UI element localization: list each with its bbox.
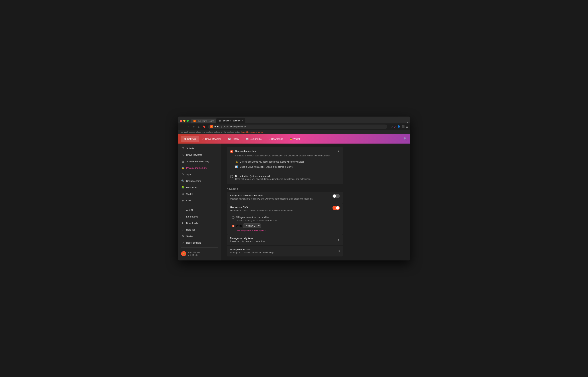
tab-settings-security[interactable]: ⚙ Settings - Security ✕: [216, 118, 245, 123]
vpn-icon[interactable]: 🛡: [390, 125, 393, 128]
sidebar-item-brave-rewards[interactable]: △ Brave Rewards: [178, 152, 221, 158]
manage-security-keys-row[interactable]: Manage security keys Reset security keys…: [227, 234, 343, 245]
sidebar-item-help-tips[interactable]: ? Help tips: [178, 226, 221, 233]
nav-item-settings[interactable]: ⚙ Settings: [181, 136, 199, 142]
no-protection-radio[interactable]: [230, 175, 233, 178]
tab-label-settings: Settings - Security: [223, 119, 240, 122]
sidebar-item-privacy-and-security[interactable]: 🔒 Privacy and security: [178, 165, 221, 171]
privacy-policy-row: See this provider's privacy policy: [237, 229, 340, 231]
manage-security-keys-title: Manage security keys: [230, 237, 265, 240]
close-button[interactable]: [180, 120, 182, 122]
dns-custom-radio[interactable]: [232, 225, 235, 227]
nav-gradient-bar: ⚙ Settings △ Brave Rewards 🕐 History 📖 B…: [178, 134, 410, 143]
languages-label: Languages: [186, 215, 198, 218]
ipfs-icon: ◈: [181, 199, 184, 202]
sidebar-item-shields[interactable]: 🛡 Shields: [178, 145, 221, 152]
bookmarks-bar: For quick access, place your bookmarks h…: [178, 130, 410, 134]
secure-connections-title: Always use secure connections: [230, 194, 313, 197]
system-icon: ⚙: [181, 235, 184, 238]
sidebar-item-extensions[interactable]: 🧩 Extensions: [178, 184, 221, 191]
extensions-label: Extensions: [186, 186, 198, 189]
sidebar-item-search-engine[interactable]: 🔍 Search engine: [178, 178, 221, 184]
dns-current-label: With your current service provider: [236, 216, 269, 219]
minimize-button[interactable]: [183, 120, 186, 122]
languages-icon: A↔: [181, 215, 184, 218]
traffic-lights: [180, 120, 189, 122]
sync-icon: ↻: [181, 173, 184, 176]
nav-item-wallet[interactable]: 💳 Wallet: [286, 136, 303, 142]
sidebar-item-reset-settings[interactable]: ↺ Reset settings: [178, 239, 221, 246]
social-media-icon: ▦: [181, 160, 184, 163]
sidebar-item-autofill[interactable]: ☰ Autofill: [178, 207, 221, 213]
settings-nav-icon: ⚙: [184, 138, 186, 140]
bookmark-button[interactable]: 🔖: [202, 125, 207, 129]
back-button[interactable]: ←: [180, 125, 184, 129]
secure-connections-toggle[interactable]: [332, 194, 340, 198]
sidebar-item-sync[interactable]: ↻ Sync: [178, 171, 221, 178]
history-nav-label: History: [232, 138, 239, 140]
forward-button[interactable]: →: [186, 125, 190, 129]
manage-security-keys-arrow: ▶: [338, 238, 340, 241]
secure-dns-section: Use secure DNS Determines how to connect…: [227, 203, 343, 234]
privacy-policy-prefix: See this provider's: [237, 229, 253, 231]
sidebar-item-wallet[interactable]: ▦ Wallet: [178, 191, 221, 197]
wallet-icon: ▦: [181, 192, 184, 196]
tab-overflow-button[interactable]: ▾: [407, 121, 408, 123]
nav-item-brave-rewards[interactable]: △ Brave Rewards: [199, 136, 225, 142]
home-button[interactable]: ⌂: [197, 125, 200, 129]
nav-item-history[interactable]: 🕐 History: [225, 136, 242, 142]
manage-certificates-title: Manage certificates: [230, 248, 274, 251]
sidebar-item-ipfs[interactable]: ◈ IPFS: [178, 197, 221, 204]
history-nav-icon: 🕐: [228, 138, 231, 140]
maximize-button[interactable]: [187, 120, 189, 122]
tab-close-button[interactable]: ✕: [242, 120, 243, 122]
content-inner: Standard protection ▲ Standard protectio…: [221, 143, 349, 260]
search-engine-icon: 🔍: [181, 179, 184, 183]
sidebar-toggle-icon[interactable]: ⬛: [401, 125, 404, 128]
wallet-nav-label: Wallet: [293, 138, 300, 140]
sidebar-item-downloads[interactable]: ⬇ Downloads: [178, 220, 221, 226]
title-bar: H The Home Depot ⚙ Settings - Security ✕…: [178, 117, 410, 123]
sidebar-item-social-media-blocking[interactable]: ▦ Social media blocking: [178, 158, 221, 165]
nav-search-icon[interactable]: 🔍: [404, 137, 407, 141]
reload-button[interactable]: ↻: [192, 125, 196, 129]
menu-icon[interactable]: ☰: [406, 125, 408, 128]
no-protection-section: No protection (not recommended) Does not…: [227, 172, 343, 184]
social-media-label: Social media blocking: [186, 160, 209, 163]
rewards-icon[interactable]: △: [394, 125, 396, 128]
dns-current-radio[interactable]: [232, 216, 235, 219]
no-protection-desc: Does not protect you against dangerous w…: [235, 177, 311, 181]
no-protection-header: No protection (not recommended) Does not…: [230, 175, 340, 181]
system-label: System: [186, 235, 194, 238]
privacy-policy-link[interactable]: privacy policy: [253, 229, 265, 231]
sidebar-item-languages[interactable]: A↔ Languages: [178, 213, 221, 220]
profile-icon[interactable]: 👤: [397, 125, 400, 128]
bullet-detect: 🔒 Detects and warns you about dangerous …: [235, 159, 340, 164]
brave-rewards-nav-icon: △: [202, 138, 204, 140]
content-area: Standard protection ▲ Standard protectio…: [221, 143, 410, 260]
standard-protection-radio[interactable]: [230, 150, 233, 153]
nav-item-bookmarks[interactable]: 📖 Bookmarks: [242, 136, 265, 142]
sidebar-item-system[interactable]: ⚙ System: [178, 233, 221, 239]
sidebar-divider-1: [181, 205, 218, 205]
import-bookmarks-link[interactable]: Import bookmarks now...: [241, 131, 263, 133]
tab-home-depot[interactable]: H The Home Depot: [191, 119, 216, 123]
nav-item-downloads[interactable]: ⬇ Downloads: [265, 136, 286, 142]
secure-dns-header: Use secure DNS Determines how to connect…: [230, 206, 340, 212]
bookmarks-nav-icon: 📖: [246, 138, 249, 140]
address-input-container[interactable]: 🦁 Brave | brave://settings/security: [208, 125, 387, 129]
secure-connections-info: Always use secure connections Upgrade na…: [230, 194, 313, 200]
shields-label: Shields: [186, 147, 194, 150]
brave-rewards-nav-label: Brave Rewards: [205, 138, 221, 140]
manage-certificates-row[interactable]: Manage certificates Manage HTTPS/SSL cer…: [227, 246, 343, 257]
dns-provider-select[interactable]: NextDNS Cloudflare Google: [243, 224, 261, 228]
privacy-security-label: Privacy and security: [186, 166, 207, 169]
sync-label: Sync: [186, 173, 191, 176]
tab-label-home-depot: The Home Depot: [197, 120, 213, 122]
about-brave[interactable]: 🦁 About Brave v 1.44.112: [178, 249, 221, 259]
secure-dns-toggle[interactable]: [332, 206, 340, 210]
bullet-check: 📊 Checks URLs with a list of unsafe site…: [235, 164, 340, 169]
new-tab-button[interactable]: +: [246, 119, 251, 123]
autofill-label: Autofill: [186, 209, 193, 212]
standard-protection-expand[interactable]: ▲: [338, 150, 340, 152]
